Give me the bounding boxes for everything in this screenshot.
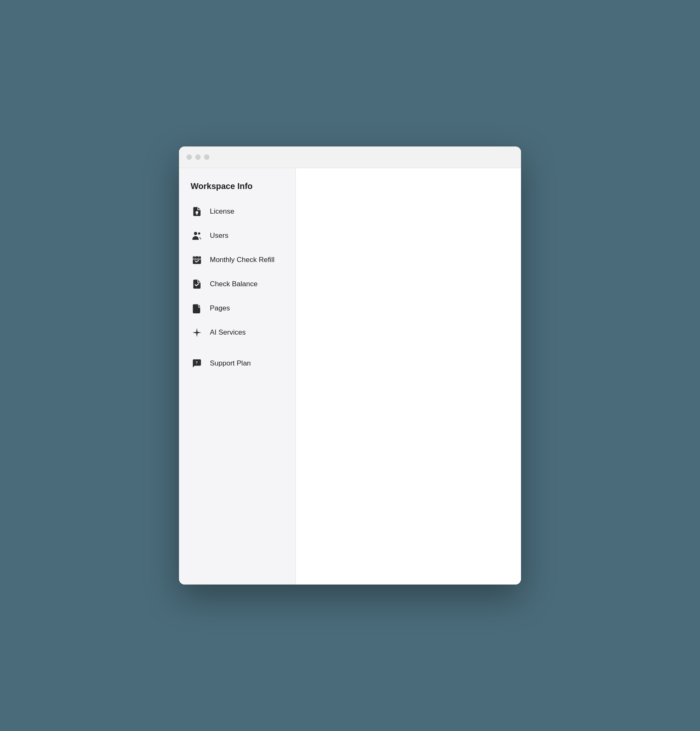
minimize-button[interactable] bbox=[195, 154, 201, 160]
pages-icon bbox=[191, 302, 203, 315]
app-window: Workspace Info License bbox=[179, 146, 521, 585]
window-content: Workspace Info License bbox=[179, 168, 521, 585]
titlebar bbox=[179, 146, 521, 168]
sidebar: Workspace Info License bbox=[179, 168, 296, 585]
main-content bbox=[296, 168, 521, 585]
sidebar-items: License Users bbox=[179, 199, 295, 376]
sidebar-item-ai-services[interactable]: AI Services bbox=[179, 320, 295, 345]
support-plan-icon: ? bbox=[191, 357, 203, 370]
sidebar-item-users[interactable]: Users bbox=[179, 224, 295, 248]
svg-point-0 bbox=[196, 211, 199, 214]
monthly-check-refill-icon bbox=[191, 254, 203, 266]
sidebar-item-pages-label: Pages bbox=[210, 304, 230, 313]
traffic-lights bbox=[186, 154, 209, 160]
users-icon bbox=[191, 229, 203, 242]
check-balance-icon bbox=[191, 278, 203, 290]
license-icon bbox=[191, 205, 203, 218]
svg-point-2 bbox=[198, 232, 200, 234]
sidebar-divider bbox=[179, 345, 295, 351]
sidebar-item-license[interactable]: License bbox=[179, 199, 295, 224]
sidebar-item-check-balance-label: Check Balance bbox=[210, 280, 257, 288]
maximize-button[interactable] bbox=[204, 154, 209, 160]
sidebar-item-pages[interactable]: Pages bbox=[179, 296, 295, 320]
svg-point-1 bbox=[194, 232, 197, 235]
sidebar-item-license-label: License bbox=[210, 207, 234, 216]
sidebar-item-users-label: Users bbox=[210, 232, 228, 240]
sidebar-item-support-plan[interactable]: ? Support Plan bbox=[179, 351, 295, 376]
svg-text:?: ? bbox=[196, 360, 198, 365]
sidebar-item-check-balance[interactable]: Check Balance bbox=[179, 272, 295, 296]
close-button[interactable] bbox=[186, 154, 192, 160]
sidebar-item-monthly-check-refill[interactable]: Monthly Check Refill bbox=[179, 248, 295, 272]
sidebar-item-ai-services-label: AI Services bbox=[210, 328, 246, 337]
ai-services-icon bbox=[191, 326, 203, 339]
sidebar-section-title: Workspace Info bbox=[179, 181, 295, 191]
sidebar-item-monthly-check-refill-label: Monthly Check Refill bbox=[210, 256, 274, 264]
sidebar-item-support-plan-label: Support Plan bbox=[210, 359, 251, 368]
